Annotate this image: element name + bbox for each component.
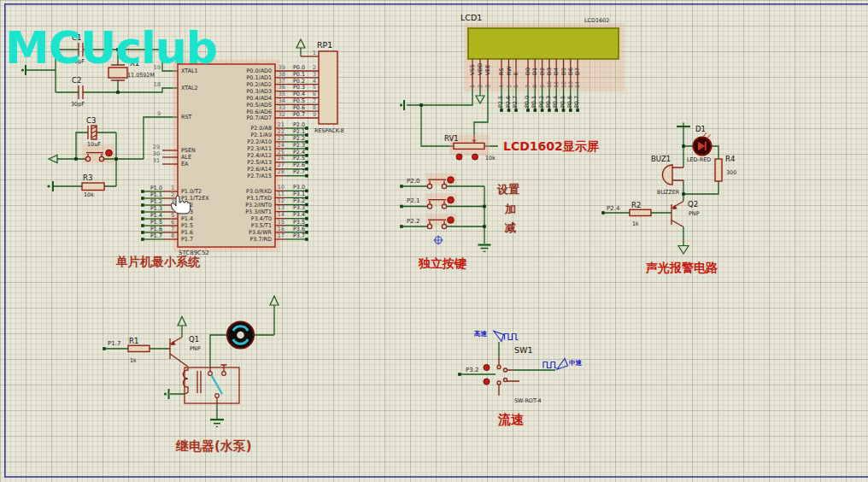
c2-ref: C2 — [72, 76, 81, 85]
power-arrow-down-icon — [476, 96, 484, 103]
lcd-power-pins: VSS 1 VDD 2 VEE 3 — [469, 59, 491, 88]
switch-actuator-dot[interactable] — [484, 365, 490, 371]
svg-text:D2: D2 — [539, 68, 546, 75]
svg-text:28: 28 — [278, 168, 284, 175]
svg-text:P0.1/AD1: P0.1/AD1 — [246, 74, 272, 81]
svg-text:31: 31 — [153, 157, 160, 164]
svg-text:13: 13 — [278, 204, 284, 211]
switch-actuator-dot[interactable] — [484, 379, 490, 385]
svg-text:7: 7 — [313, 97, 316, 104]
relay-net-label: P1.7 — [108, 340, 120, 347]
svg-text:6: 6 — [171, 219, 174, 226]
svg-text:P3.1/TXD: P3.1/TXD — [247, 195, 272, 202]
pulse-generator-high-icon — [494, 332, 519, 342]
svg-text:35: 35 — [279, 91, 285, 97]
svg-text:P1.7: P1.7 — [181, 236, 193, 243]
schematic-sheet: C1 30pF C2 30pF X1 11.0592M C3 10uF R3 1… — [0, 0, 868, 482]
push-button-row[interactable]: P2.0 — [400, 173, 484, 189]
rv1-adjust-dot[interactable] — [456, 154, 462, 160]
svg-text:8: 8 — [531, 85, 538, 88]
c3-value: 10uF — [87, 141, 101, 148]
key-label-dec: 减 — [504, 221, 516, 234]
svg-text:P0.1: P0.1 — [531, 96, 537, 108]
svg-text:P2.0/A8: P2.0/A8 — [250, 125, 272, 132]
svg-text:P2.3: P2.3 — [293, 142, 305, 149]
key-label-inc: 加 — [504, 203, 516, 215]
svg-text:P3.1: P3.1 — [293, 191, 305, 197]
svg-text:P1.4: P1.4 — [150, 212, 162, 219]
svg-text:P2.2/A10: P2.2/A10 — [247, 138, 272, 145]
button-actuator-dot[interactable] — [448, 177, 455, 184]
button-actuator-dot[interactable] — [106, 150, 113, 156]
svg-text:P2.5: P2.5 — [497, 96, 504, 108]
lcd-module[interactable]: LCD1 LCD1602 VSS 1 VDD 2 VEE 3 — [400, 13, 625, 162]
motor-pump-icon[interactable] — [227, 322, 254, 349]
svg-text:12: 12 — [278, 197, 284, 204]
svg-text:P1.0/T2: P1.0/T2 — [181, 188, 202, 195]
r4-value: 300 — [726, 169, 736, 176]
resistor-r4 — [715, 159, 722, 181]
mcu-chip[interactable]: STC89C52 19 XTAL1 18 XTAL2 9 RST 29 PSEN… — [115, 59, 319, 268]
svg-text:P3.4: P3.4 — [293, 211, 305, 218]
svg-text:P3.3/INT1: P3.3/INT1 — [245, 209, 272, 215]
flow-label-high: 高速 — [473, 330, 488, 338]
transistor-q2 — [672, 202, 683, 227]
svg-text:18: 18 — [154, 81, 161, 88]
rp1-body[interactable] — [319, 51, 337, 124]
push-button-row[interactable]: P2.2 — [400, 214, 484, 229]
relay-rl1[interactable] — [183, 365, 239, 403]
button-actuator-dot[interactable] — [448, 197, 455, 203]
buzzer-buz1[interactable] — [663, 165, 673, 185]
key-label-set: 设置 — [496, 183, 519, 196]
relay-section-title: 继电器(水泵) — [175, 438, 252, 454]
svg-text:P2.0: P2.0 — [293, 121, 305, 128]
svg-text:33: 33 — [279, 104, 285, 111]
svg-text:P2.3/A11: P2.3/A11 — [247, 145, 272, 152]
svg-text:P2.2: P2.2 — [293, 135, 305, 142]
svg-text:P3.2: P3.2 — [293, 197, 305, 204]
svg-text:P0.5: P0.5 — [293, 97, 305, 104]
svg-text:9: 9 — [157, 110, 161, 117]
rp1-pin1-num: 1 — [313, 50, 316, 56]
svg-text:7: 7 — [171, 226, 174, 232]
svg-text:5: 5 — [171, 212, 174, 219]
svg-text:10: 10 — [546, 81, 553, 88]
svg-text:8: 8 — [313, 104, 316, 111]
svg-text:14: 14 — [278, 211, 284, 218]
ground-icon — [210, 420, 224, 426]
svg-text:9: 9 — [313, 111, 316, 118]
button-actuator-dot[interactable] — [448, 217, 455, 224]
svg-text:E: E — [513, 72, 519, 75]
led-d1[interactable] — [694, 133, 712, 156]
svg-text:30: 30 — [153, 150, 160, 157]
rv1-adjust-dot[interactable] — [472, 154, 478, 160]
sw1-value: SW-ROT-4 — [514, 397, 542, 404]
svg-text:P3.7/RD: P3.7/RD — [249, 236, 272, 243]
svg-text:P2.5/A13: P2.5/A13 — [247, 159, 272, 166]
svg-text:VSS: VSS — [469, 65, 476, 76]
key-net-label: P2.1 — [407, 197, 419, 204]
svg-text:P0.7: P0.7 — [573, 96, 580, 108]
svg-text:P0.3: P0.3 — [293, 84, 305, 91]
transistor-q1 — [170, 338, 188, 367]
svg-text:P3.7: P3.7 — [293, 232, 305, 239]
r3-ref: R3 — [83, 173, 92, 182]
relay-contact-blade — [212, 375, 223, 394]
svg-text:38: 38 — [279, 71, 285, 78]
mcu-p0-pins: P0.0/AD0 39 P0.0 2 P0.1/AD1 38 P0.1 3 P0… — [246, 64, 319, 121]
svg-text:P3.6: P3.6 — [293, 226, 305, 232]
push-button-row[interactable]: P2.1 — [400, 193, 484, 209]
rp1-value: RESPACK-8 — [314, 127, 344, 134]
svg-text:P0.5: P0.5 — [560, 96, 566, 108]
ground-icon — [478, 245, 491, 252]
key-net-label: P2.2 — [407, 218, 419, 225]
r3-value: 10k — [84, 191, 94, 198]
svg-text:P2.6/A14: P2.6/A14 — [247, 166, 272, 173]
flow-section-title: 流速 — [497, 412, 525, 427]
svg-text:29: 29 — [153, 144, 160, 150]
potentiometer-rv1[interactable] — [454, 143, 484, 149]
svg-text:P2.7: P2.7 — [512, 96, 519, 108]
svg-text:D3: D3 — [546, 68, 553, 75]
svg-text:P2.4/A12: P2.4/A12 — [247, 152, 272, 159]
svg-text:XTAL2: XTAL2 — [181, 85, 198, 91]
